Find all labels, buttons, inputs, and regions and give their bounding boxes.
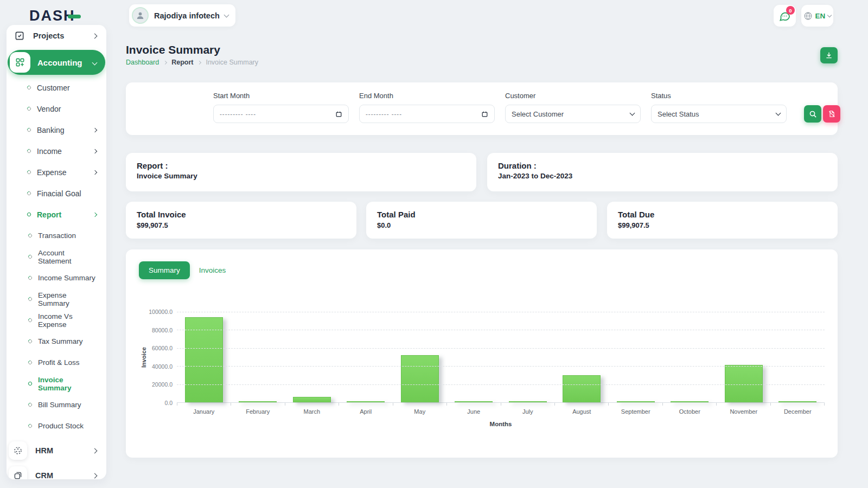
bar-slot bbox=[555, 312, 609, 402]
end-month-label: End Month bbox=[359, 92, 495, 100]
bar-may[interactable] bbox=[401, 355, 439, 402]
sidebar: Projects Accounting Customer Vendor Bank… bbox=[7, 25, 106, 479]
sidebar-item-product-stock[interactable]: Product Stock bbox=[7, 415, 106, 436]
search-button[interactable] bbox=[804, 105, 821, 123]
sidebar-item-account-statement[interactable]: Account Statement bbox=[7, 246, 106, 267]
bar-slot bbox=[177, 312, 231, 402]
crm-icon bbox=[13, 471, 23, 479]
company-name: Rajodiya infotech bbox=[154, 11, 220, 20]
sidebar-item-label: Product Stock bbox=[38, 422, 84, 430]
chevron-down-icon bbox=[630, 111, 635, 116]
breadcrumb-report[interactable]: Report bbox=[171, 59, 193, 66]
bullet-icon bbox=[28, 360, 33, 365]
bullet-icon bbox=[28, 402, 33, 408]
download-button[interactable] bbox=[820, 47, 838, 63]
end-month-field: End Month --------- ---- bbox=[359, 92, 495, 123]
sidebar-item-label: Customer bbox=[37, 84, 70, 92]
bullet-icon bbox=[28, 318, 33, 323]
calendar-icon[interactable] bbox=[335, 111, 342, 118]
customer-field: Customer Select Customer bbox=[505, 92, 641, 123]
bar-june[interactable] bbox=[455, 401, 493, 402]
tab-invoices[interactable]: Invoices bbox=[199, 266, 226, 274]
sidebar-item-accounting[interactable]: Accounting bbox=[8, 50, 105, 75]
sidebar-item-hrm[interactable]: HRM bbox=[7, 438, 106, 463]
bullet-icon bbox=[27, 85, 32, 91]
bar-march[interactable] bbox=[293, 397, 331, 402]
customer-select-value: Select Customer bbox=[512, 110, 564, 118]
x-tick bbox=[446, 403, 500, 406]
sidebar-item-profit-loss[interactable]: Profit & Loss bbox=[7, 352, 106, 373]
calendar-icon[interactable] bbox=[481, 111, 488, 118]
y-tick-label: 0.0 bbox=[164, 400, 173, 406]
sidebar-item-tax-summary[interactable]: Tax Summary bbox=[7, 331, 106, 352]
y-tick-label: 20000.0 bbox=[152, 381, 173, 388]
user-icon bbox=[136, 11, 145, 20]
report-info-card: Report : Invoice Summary bbox=[126, 153, 476, 191]
bar-august[interactable] bbox=[563, 375, 601, 402]
bullet-icon bbox=[27, 212, 32, 217]
crm-icon-tile bbox=[9, 466, 27, 479]
sidebar-item-label: Vendor bbox=[37, 105, 61, 113]
company-dropdown[interactable]: Rajodiya infotech bbox=[129, 4, 235, 27]
sidebar-item-label: Finacial Goal bbox=[37, 189, 81, 198]
x-tick bbox=[177, 403, 231, 406]
bar-december[interactable] bbox=[778, 401, 816, 402]
language-selector[interactable]: EN bbox=[801, 5, 833, 27]
sidebar-item-label: HRM bbox=[35, 446, 53, 455]
bullet-icon bbox=[28, 275, 33, 281]
sidebar-item-bill-summary[interactable]: Bill Summary bbox=[7, 394, 106, 415]
total-paid-card: Total Paid $0.0 bbox=[366, 202, 597, 239]
sidebar-item-label: Tax Summary bbox=[38, 337, 83, 345]
gridline bbox=[177, 312, 825, 312]
sidebar-item-projects[interactable]: Projects bbox=[7, 25, 106, 48]
customer-select[interactable]: Select Customer bbox=[505, 105, 641, 123]
sidebar-item-vendor[interactable]: Vendor bbox=[7, 98, 106, 119]
search-icon bbox=[809, 110, 817, 118]
bullet-icon bbox=[28, 339, 33, 344]
bar-october[interactable] bbox=[671, 401, 709, 402]
chevron-right-icon bbox=[93, 212, 97, 216]
sidebar-item-label: CRM bbox=[35, 471, 53, 479]
x-tick-label: January bbox=[177, 408, 231, 415]
start-month-input[interactable]: --------- ---- bbox=[213, 105, 349, 123]
status-select[interactable]: Select Status bbox=[651, 105, 787, 123]
end-month-input[interactable]: --------- ---- bbox=[359, 105, 495, 123]
y-axis-ticks: 100000.080000.060000.040000.020000.00.0 bbox=[149, 312, 177, 403]
sidebar-item-report[interactable]: Report bbox=[7, 204, 106, 225]
bar-april[interactable] bbox=[347, 401, 385, 402]
gridline bbox=[177, 366, 825, 367]
sidebar-item-label: Report bbox=[37, 210, 61, 219]
sidebar-item-crm[interactable]: CRM bbox=[7, 463, 106, 479]
bar-november[interactable] bbox=[725, 365, 763, 402]
sidebar-item-income-vs-expense[interactable]: Income Vs Expense bbox=[7, 310, 106, 331]
sidebar-item-expense-summary[interactable]: Expense Summary bbox=[7, 288, 106, 310]
breadcrumb-dashboard[interactable]: Dashboard bbox=[126, 59, 159, 66]
bar-september[interactable] bbox=[617, 401, 655, 402]
sidebar-item-invoice-summary[interactable]: Invoice Summary bbox=[7, 373, 106, 394]
customer-label: Customer bbox=[505, 92, 641, 100]
globe-icon bbox=[803, 11, 813, 21]
sidebar-item-income-summary[interactable]: Income Summary bbox=[7, 267, 106, 288]
bar-july[interactable] bbox=[509, 401, 547, 402]
tab-summary[interactable]: Summary bbox=[139, 261, 190, 279]
sidebar-item-finacial-goal[interactable]: Finacial Goal bbox=[7, 183, 106, 204]
reset-button[interactable] bbox=[823, 105, 840, 123]
bar-slot bbox=[663, 312, 717, 402]
chevron-down-icon bbox=[92, 60, 98, 65]
sidebar-item-expense[interactable]: Expense bbox=[7, 162, 106, 183]
sidebar-item-customer[interactable]: Customer bbox=[7, 77, 106, 98]
sidebar-item-banking[interactable]: Banking bbox=[7, 119, 106, 140]
bar-february[interactable] bbox=[239, 401, 277, 402]
notifications-button[interactable]: 0 bbox=[774, 5, 796, 27]
sidebar-item-income[interactable]: Income bbox=[7, 140, 106, 162]
sidebar-item-transaction[interactable]: Transaction bbox=[7, 225, 106, 246]
chart-card: Summary Invoices Invoice 100000.080000.0… bbox=[126, 249, 838, 458]
sidebar-item-label: Transaction bbox=[38, 232, 76, 240]
y-tick-label: 80000.0 bbox=[152, 327, 173, 333]
page-title: Invoice Summary bbox=[126, 43, 220, 56]
x-tick bbox=[662, 403, 716, 406]
chevron-down-icon bbox=[224, 12, 229, 17]
logo-dash-icon bbox=[68, 15, 81, 18]
x-axis-ticks bbox=[177, 403, 825, 406]
bullet-icon bbox=[27, 170, 32, 175]
